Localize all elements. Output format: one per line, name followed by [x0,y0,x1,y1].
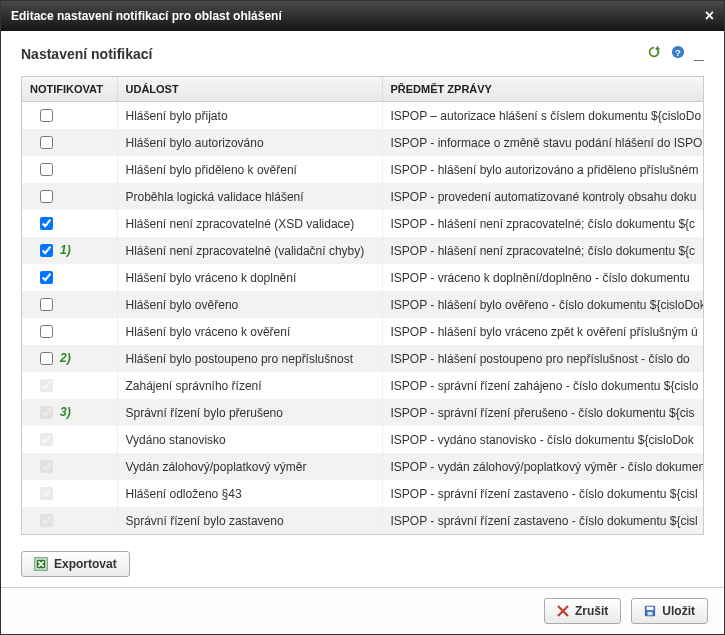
row-annotation: 3) [60,405,71,419]
table-row[interactable]: Proběhla logická validace hlášeníISPOP -… [22,183,703,210]
cancel-button-label: Zrušit [575,604,608,618]
cell-subject: ISPOP - hlášení bylo ověřeno - číslo dok… [382,291,703,318]
help-icon[interactable]: ? [671,45,685,59]
dialog-footer: Zrušit Uložit [1,587,724,634]
cell-subject: ISPOP - hlášení bylo vráceno zpět k ověř… [382,318,703,345]
cell-notify [22,129,117,156]
table-row[interactable]: Hlášení bylo přiděleno k ověřeníISPOP - … [22,156,703,183]
cell-notify: 3) [22,399,117,426]
cell-subject: ISPOP - správní řízení přerušeno - číslo… [382,399,703,426]
notify-checkbox[interactable] [40,244,53,257]
col-event[interactable]: UDÁLOST [117,77,382,102]
table-header-row: NOTIFIKOVAT UDÁLOST PŘEDMĚT ZPRÁVY [22,77,703,102]
cell-subject: ISPOP - vráceno k doplnění/doplněno - čí… [382,264,703,291]
export-icon [34,557,48,571]
save-button[interactable]: Uložit [631,598,708,624]
below-table-actions: Exportovat [21,545,704,577]
table-row[interactable]: 1)Hlášení není zpracovatelné (validační … [22,237,703,264]
notify-checkbox[interactable] [40,163,53,176]
save-icon [644,605,656,617]
cell-event: Hlášení bylo ověřeno [117,291,382,318]
notify-checkbox[interactable] [40,298,53,311]
notify-checkbox[interactable] [40,109,53,122]
dialog-titlebar[interactable]: Editace nastavení notifikací pro oblast … [1,1,724,31]
svg-rect-6 [648,612,653,615]
cell-event: Hlášení bylo autorizováno [117,129,382,156]
export-button[interactable]: Exportovat [21,551,130,577]
cell-event: Hlášení bylo postoupeno pro nepříslušnos… [117,345,382,372]
notify-checkbox [40,487,53,500]
cell-notify [22,318,117,345]
table-row[interactable]: Zahájení správního řízeníISPOP - správní… [22,372,703,399]
cell-event: Hlášení bylo vráceno k ověření [117,318,382,345]
table-row[interactable]: Hlášení není zpracovatelné (XSD validace… [22,210,703,237]
table-row[interactable]: Správní řízení bylo zastavenoISPOP - spr… [22,507,703,534]
table-row[interactable]: Vydáno stanoviskoISPOP - vydáno stanovis… [22,426,703,453]
dialog: Editace nastavení notifikací pro oblast … [0,0,725,635]
table-row[interactable]: Hlášení bylo vráceno k ověřeníISPOP - hl… [22,318,703,345]
cell-subject: ISPOP - hlášení bylo autorizováno a přid… [382,156,703,183]
cell-notify [22,156,117,183]
cell-notify [22,183,117,210]
cancel-icon [557,605,569,617]
row-annotation: 2) [60,351,71,365]
table-row[interactable]: Hlášení bylo vráceno k doplněníISPOP - v… [22,264,703,291]
cell-notify [22,210,117,237]
table-row[interactable]: 2)Hlášení bylo postoupeno pro nepříslušn… [22,345,703,372]
save-button-label: Uložit [662,604,695,618]
notify-checkbox [40,379,53,392]
cell-subject: ISPOP - informace o změně stavu podání h… [382,129,703,156]
cell-notify: 1) [22,237,117,264]
dialog-title: Editace nastavení notifikací pro oblast … [11,9,282,23]
close-icon[interactable]: × [705,7,714,25]
cell-subject: ISPOP - vydáno stanovisko - číslo dokume… [382,426,703,453]
cell-notify [22,372,117,399]
cell-subject: ISPOP - provedení automatizované kontrol… [382,183,703,210]
col-subject[interactable]: PŘEDMĚT ZPRÁVY [382,77,703,102]
table-row[interactable]: Hlášení odloženo §43ISPOP - správní říze… [22,480,703,507]
table-row[interactable]: 3)Správní řízení bylo přerušenoISPOP - s… [22,399,703,426]
cell-event: Hlášení není zpracovatelné (validační ch… [117,237,382,264]
notify-checkbox[interactable] [40,325,53,338]
row-annotation: 1) [60,243,71,257]
cell-subject: ISPOP - správní řízení zastaveno - číslo… [382,480,703,507]
col-subject-label: PŘEDMĚT ZPRÁVY [391,83,492,95]
cell-event: Správní řízení bylo zastaveno [117,507,382,534]
notify-checkbox[interactable] [40,352,53,365]
notify-checkbox[interactable] [40,136,53,149]
notify-checkbox[interactable] [40,217,53,230]
cell-event: Zahájení správního řízení [117,372,382,399]
table-row[interactable]: Hlášení bylo ověřenoISPOP - hlášení bylo… [22,291,703,318]
export-button-label: Exportovat [54,557,117,571]
cell-event: Hlášení bylo přiděleno k ověření [117,156,382,183]
cell-subject: ISPOP - hlášení není zpracovatelné; čísl… [382,210,703,237]
cancel-button[interactable]: Zrušit [544,598,621,624]
svg-rect-5 [647,607,654,610]
col-notify[interactable]: NOTIFIKOVAT [22,77,117,102]
cell-subject: ISPOP – autorizace hlášení s číslem doku… [382,102,703,130]
notify-checkbox [40,406,53,419]
cell-notify [22,291,117,318]
table-scroll[interactable]: NOTIFIKOVAT UDÁLOST PŘEDMĚT ZPRÁVY Hláše… [22,77,703,534]
notify-checkbox [40,514,53,527]
refresh-icon[interactable] [647,45,661,59]
table-container: NOTIFIKOVAT UDÁLOST PŘEDMĚT ZPRÁVY Hláše… [21,76,704,535]
cell-event: Proběhla logická validace hlášení [117,183,382,210]
cell-notify [22,480,117,507]
cell-event: Hlášení bylo vráceno k doplnění [117,264,382,291]
notify-checkbox[interactable] [40,190,53,203]
svg-text:?: ? [675,47,681,58]
minimize-icon[interactable]: _ [694,49,704,57]
cell-event: Hlášení není zpracovatelné (XSD validace… [117,210,382,237]
table-row[interactable]: Hlášení bylo přijatoISPOP – autorizace h… [22,102,703,130]
table-row[interactable]: Hlášení bylo autorizovánoISPOP - informa… [22,129,703,156]
notify-checkbox[interactable] [40,271,53,284]
cell-subject: ISPOP - správní řízení zahájeno - číslo … [382,372,703,399]
panel-header: Nastavení notifikací ? _ [21,45,704,62]
cell-subject: ISPOP - hlášení postoupeno pro nepřísluš… [382,345,703,372]
table-row[interactable]: Vydán zálohový/poplatkový výměrISPOP - v… [22,453,703,480]
table-body: Hlášení bylo přijatoISPOP – autorizace h… [22,102,703,535]
cell-event: Hlášení odloženo §43 [117,480,382,507]
cell-notify: 2) [22,345,117,372]
cell-event: Vydán zálohový/poplatkový výměr [117,453,382,480]
